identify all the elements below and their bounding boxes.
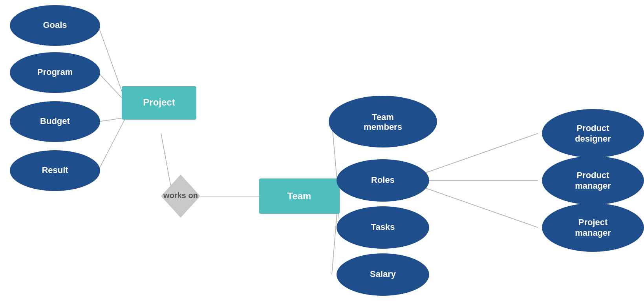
product-manager-label-line2: manager (575, 181, 611, 191)
goals-label: Goals (43, 20, 67, 30)
product-designer-label-line2: designer (575, 134, 611, 144)
team-members-label-line1: Team (372, 112, 394, 122)
team-members-label-line2: members (364, 122, 402, 132)
connector-goals-project (98, 25, 126, 102)
workson-label: works on (163, 191, 198, 200)
result-label: Result (42, 165, 68, 175)
connector-result-project (98, 118, 126, 171)
product-manager-label-line1: Product (576, 170, 609, 180)
program-label: Program (37, 67, 73, 77)
connector-budget-project (98, 118, 126, 122)
connector-program-project (98, 73, 126, 102)
connector-project-workson (161, 133, 171, 186)
connector-roles-productdesigner (426, 133, 538, 173)
project-manager-label-line1: Project (578, 217, 608, 227)
salary-label: Salary (370, 269, 396, 279)
project-manager-label-line2: manager (575, 228, 611, 238)
product-designer-label-line1: Product (576, 123, 609, 133)
budget-label: Budget (40, 116, 70, 126)
project-label: Project (143, 97, 175, 107)
tasks-label: Tasks (371, 222, 395, 232)
team-label: Team (287, 191, 311, 201)
roles-label: Roles (371, 175, 395, 185)
diagram-canvas: Goals Program Budget Result Project work… (0, 0, 644, 304)
connector-team-salary (332, 204, 338, 275)
connector-roles-projectmanager (426, 188, 538, 228)
